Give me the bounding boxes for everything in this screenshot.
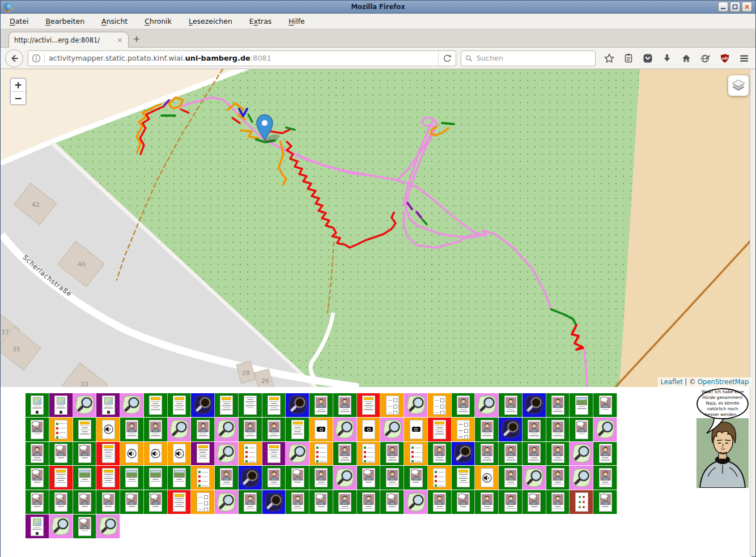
menu-item-chronik[interactable]: Chronik bbox=[140, 15, 176, 27]
grid-tile-person[interactable] bbox=[239, 418, 262, 441]
grid-tile-checklist[interactable] bbox=[404, 442, 428, 466]
downloads-button[interactable] bbox=[660, 52, 674, 65]
grid-tile-person-speech[interactable] bbox=[26, 418, 49, 441]
grid-tile-magnifier[interactable] bbox=[286, 442, 309, 466]
reload-button[interactable] bbox=[438, 51, 456, 66]
grid-tile-person[interactable] bbox=[380, 466, 404, 490]
grid-tile-person[interactable] bbox=[191, 418, 215, 441]
grid-tile-card-yellow[interactable] bbox=[49, 466, 73, 490]
grid-tile-person[interactable] bbox=[546, 466, 570, 490]
grid-tile-person[interactable] bbox=[475, 418, 499, 441]
grid-tile-person[interactable] bbox=[333, 490, 357, 514]
leaflet-link[interactable]: Leaflet bbox=[661, 378, 683, 386]
osm-link[interactable]: OpenStreetMap bbox=[698, 378, 749, 386]
grid-tile-form[interactable] bbox=[452, 418, 475, 441]
grid-tile-person[interactable] bbox=[475, 442, 499, 466]
grid-tile-magnifier[interactable] bbox=[215, 418, 239, 441]
grid-tile-person[interactable] bbox=[546, 490, 570, 514]
grid-tile-person-speech[interactable] bbox=[286, 466, 309, 490]
grid-tile-person-speech[interactable] bbox=[26, 466, 49, 490]
grid-tile-person[interactable] bbox=[26, 442, 49, 466]
grid-tile-magnifier[interactable] bbox=[96, 515, 120, 538]
menu-item-lesezeichen[interactable]: Lesezeichen bbox=[184, 15, 237, 27]
grid-tile-checklist[interactable] bbox=[309, 442, 333, 466]
grid-tile-magnifier[interactable] bbox=[475, 393, 499, 417]
grid-tile-person[interactable] bbox=[262, 418, 286, 441]
grid-tile-speaker[interactable] bbox=[475, 466, 499, 490]
grid-tile-person[interactable] bbox=[499, 466, 523, 490]
grid-tile-hearts[interactable] bbox=[570, 490, 593, 514]
grid-tile-magnifier-dark[interactable] bbox=[262, 490, 286, 514]
close-button[interactable] bbox=[742, 2, 752, 12]
hamburger-menu-button[interactable] bbox=[737, 52, 751, 65]
grid-tile-magnifier[interactable] bbox=[404, 490, 428, 514]
grid-tile-magnifier[interactable] bbox=[168, 418, 192, 441]
grid-tile-person-speech[interactable] bbox=[73, 442, 97, 466]
site-info-icon[interactable] bbox=[28, 54, 44, 63]
grid-tile-card-yellow[interactable] bbox=[191, 442, 215, 466]
grid-tile-person[interactable] bbox=[499, 393, 523, 417]
grid-tile-person[interactable] bbox=[333, 442, 357, 466]
menu-item-ansicht[interactable]: Ansicht bbox=[97, 15, 132, 27]
grid-tile-card-yellow[interactable] bbox=[144, 393, 168, 417]
grid-tile-person[interactable] bbox=[215, 466, 239, 490]
grid-tile-speaker[interactable] bbox=[96, 418, 120, 441]
grid-tile-card-yellow[interactable] bbox=[73, 418, 97, 441]
grid-tile-map-card[interactable] bbox=[49, 393, 73, 417]
grid-tile-camera[interactable] bbox=[404, 418, 428, 441]
grid-tile-speaker[interactable] bbox=[144, 442, 168, 466]
grid-tile-magnifier[interactable] bbox=[404, 393, 428, 417]
extension-globe-button[interactable] bbox=[699, 52, 712, 65]
grid-tile-person[interactable] bbox=[428, 490, 452, 514]
grid-tile-card[interactable] bbox=[239, 393, 262, 417]
grid-tile-person-speech[interactable] bbox=[404, 466, 428, 490]
maximize-button[interactable] bbox=[730, 2, 740, 12]
grid-tile-card-yellow[interactable] bbox=[215, 393, 239, 417]
bookmark-star-button[interactable] bbox=[602, 52, 616, 65]
grid-tile-magnifier[interactable] bbox=[570, 442, 593, 466]
grid-tile-person[interactable] bbox=[309, 466, 333, 490]
pocket-button[interactable] bbox=[641, 52, 655, 65]
grid-tile-person[interactable] bbox=[120, 418, 144, 441]
grid-tile-camera[interactable] bbox=[309, 418, 333, 441]
grid-tile-person[interactable] bbox=[286, 490, 309, 514]
back-button[interactable] bbox=[5, 49, 23, 67]
grid-tile-card-yellow[interactable] bbox=[428, 418, 452, 441]
grid-tile-card-yellow[interactable] bbox=[452, 466, 475, 490]
grid-tile-photo-card[interactable] bbox=[144, 466, 168, 490]
grid-tile-magnifier[interactable] bbox=[593, 418, 617, 441]
grid-tile-form[interactable] bbox=[380, 393, 404, 417]
grid-tile-speaker[interactable] bbox=[120, 442, 144, 466]
grid-tile-card-yellow[interactable] bbox=[262, 393, 286, 417]
scrollbar[interactable] bbox=[750, 69, 755, 556]
grid-tile-person[interactable] bbox=[428, 442, 452, 466]
grid-tile-card-yellow[interactable] bbox=[168, 393, 192, 417]
grid-tile-magnifier[interactable] bbox=[380, 418, 404, 441]
grid-tile-person[interactable] bbox=[239, 490, 262, 514]
grid-tile-magnifier-dark[interactable] bbox=[499, 418, 523, 441]
grid-tile-photo-card[interactable] bbox=[120, 466, 144, 490]
menu-item-datei[interactable]: Datei bbox=[5, 15, 33, 27]
grid-tile-card-yellow[interactable] bbox=[262, 442, 286, 466]
grid-tile-card-yellow[interactable] bbox=[96, 442, 120, 466]
grid-tile-person[interactable] bbox=[357, 490, 381, 514]
grid-tile-magnifier-dark[interactable] bbox=[452, 442, 475, 466]
grid-tile-map-card[interactable] bbox=[26, 515, 49, 538]
search-input[interactable] bbox=[475, 53, 591, 63]
grid-tile-magnifier[interactable] bbox=[49, 515, 73, 538]
grid-tile-map-card[interactable] bbox=[26, 393, 49, 417]
grid-tile-person-speech[interactable] bbox=[593, 393, 617, 417]
grid-tile-person[interactable] bbox=[380, 442, 404, 466]
grid-tile-speaker[interactable] bbox=[168, 442, 192, 466]
grid-tile-magnifier-dark[interactable] bbox=[523, 393, 546, 417]
grid-tile-person[interactable] bbox=[499, 490, 523, 514]
grid-tile-magnifier[interactable] bbox=[570, 466, 593, 490]
grid-tile-person[interactable] bbox=[523, 418, 546, 441]
grid-tile-person-speech[interactable] bbox=[120, 490, 144, 514]
tab-active[interactable]: http://activi...erg.de:8081/ × bbox=[9, 32, 129, 48]
map[interactable]: Scherlachstraße 42403735332826 + − bbox=[1, 69, 751, 387]
grid-tile-magnifier[interactable] bbox=[333, 418, 357, 441]
grid-tile-map-card[interactable] bbox=[96, 393, 120, 417]
grid-tile-form[interactable] bbox=[428, 393, 452, 417]
grid-tile-person-speech[interactable] bbox=[26, 490, 49, 514]
